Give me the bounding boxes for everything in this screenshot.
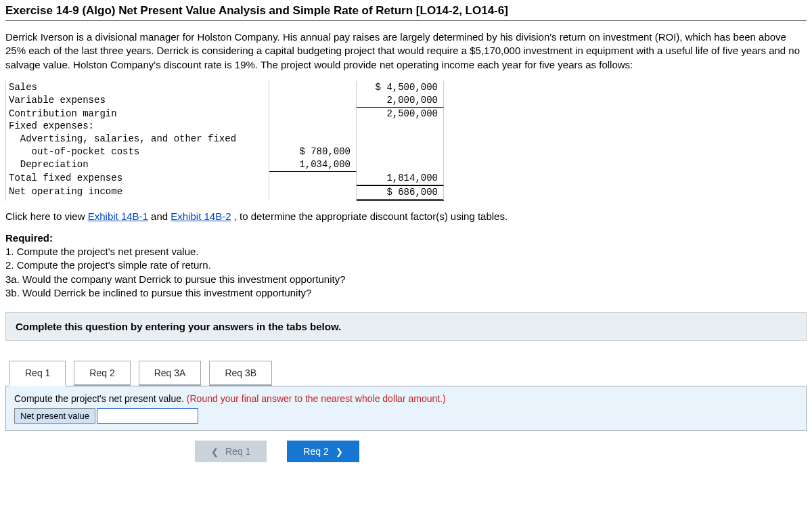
tab-req3a[interactable]: Req 3A	[139, 361, 202, 386]
required-1: 1. Compute the project's net present val…	[5, 245, 807, 259]
income-statement: Sales $ 4,500,000 Variable expenses 2,00…	[5, 81, 807, 201]
blank	[269, 133, 357, 145]
sales-label: Sales	[5, 81, 269, 94]
varex-label: Variable expenses	[5, 94, 269, 108]
dep-label: Depreciation	[5, 158, 269, 172]
required-3b: 3b. Would Derrick be inclined to pursue …	[5, 286, 807, 300]
tabs-instruction: Complete this question by entering your …	[5, 312, 807, 341]
text: and	[151, 210, 171, 222]
tfe-value: 1,814,000	[357, 172, 444, 185]
required-block: Required: 1. Compute the project's net p…	[5, 231, 807, 300]
tfe-label: Total fixed expenses	[5, 172, 269, 185]
noi-label: Net operating income	[5, 185, 269, 201]
blank	[357, 120, 444, 133]
next-button[interactable]: Req 2 ❯	[287, 441, 359, 462]
chevron-right-icon: ❯	[336, 447, 343, 457]
blank	[357, 133, 444, 145]
dep-value: 1,034,000	[269, 158, 357, 172]
chevron-left-icon: ❮	[211, 447, 219, 457]
sales-value: $ 4,500,000	[357, 81, 444, 94]
blank	[269, 172, 357, 185]
npv-row-label: Net present value	[14, 408, 95, 424]
npv-input[interactable]	[97, 408, 198, 424]
blank	[357, 158, 444, 172]
blank	[269, 108, 357, 120]
prev-button-label: Req 1	[225, 446, 250, 457]
tab-req3b[interactable]: Req 3B	[209, 361, 272, 386]
text: Click here to view	[5, 210, 88, 222]
text: , to determine the appropriate discount …	[234, 210, 508, 222]
oop-label: out-of-pocket costs	[5, 145, 269, 158]
required-2: 2. Compute the project's simple rate of …	[5, 259, 807, 272]
blank	[269, 185, 357, 201]
adv-label: Advertising, salaries, and other fixed	[5, 133, 269, 145]
panel-prompt: Compute the project's net present value.	[14, 393, 187, 404]
varex-value: 2,000,000	[357, 94, 444, 108]
exhibit-links-line: Click here to view Exhibit 14B-1 and Exh…	[5, 210, 807, 222]
panel-prompt-note: (Round your final answer to the nearest …	[187, 393, 446, 404]
next-button-label: Req 2	[303, 446, 328, 457]
tab-panel-req1: Compute the project's net present value.…	[5, 386, 807, 431]
oop-value: $ 780,000	[269, 145, 357, 158]
prev-button[interactable]: ❮ Req 1	[195, 441, 267, 462]
tabs-row: Req 1 Req 2 Req 3A Req 3B	[5, 360, 807, 386]
noi-value: $ 686,000	[357, 185, 444, 201]
blank	[269, 120, 357, 133]
blank	[357, 145, 444, 158]
cm-label: Contribution margin	[5, 108, 269, 120]
blank	[269, 81, 357, 94]
exhibit-14b-1-link[interactable]: Exhibit 14B-1	[88, 210, 148, 222]
exhibit-14b-2-link[interactable]: Exhibit 14B-2	[171, 210, 231, 222]
required-header: Required:	[5, 231, 807, 245]
pager: ❮ Req 1 Req 2 ❯	[195, 441, 807, 462]
exercise-title: Exercise 14-9 (Algo) Net Present Value A…	[5, 4, 807, 21]
tab-req1[interactable]: Req 1	[9, 361, 66, 386]
cm-value: 2,500,000	[357, 108, 444, 120]
tab-req2[interactable]: Req 2	[74, 361, 130, 386]
blank	[269, 94, 357, 108]
fixed-header: Fixed expenses:	[5, 120, 269, 133]
problem-intro: Derrick Iverson is a divisional manager …	[5, 30, 804, 72]
required-3a: 3a. Would the company want Derrick to pu…	[5, 273, 807, 286]
